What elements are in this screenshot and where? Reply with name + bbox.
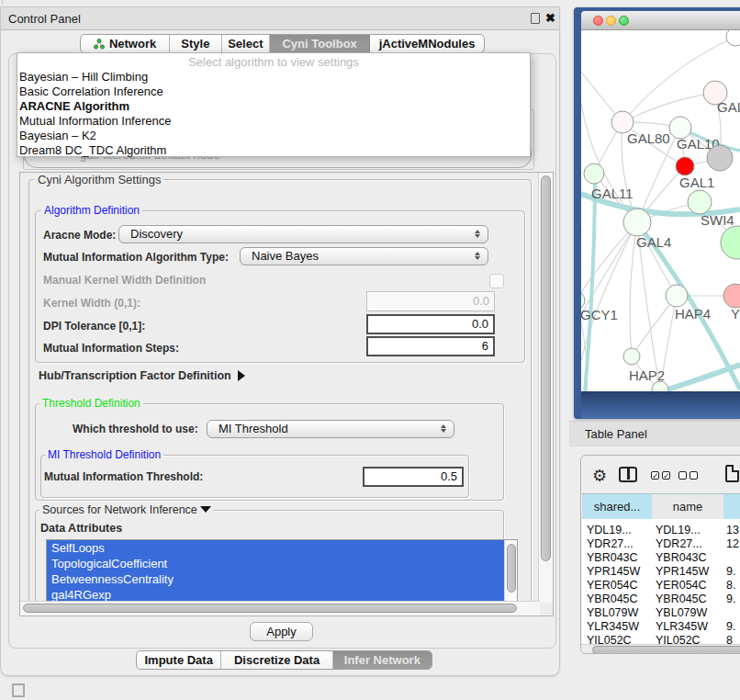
combo-arrows-icon	[475, 230, 480, 238]
aracne-mode-combo[interactable]: Discovery	[118, 225, 488, 243]
page-icon[interactable]	[725, 465, 739, 482]
sources-label[interactable]: Sources for Network Inference	[39, 503, 214, 516]
network-node[interactable]	[726, 30, 740, 46]
dpi-tolerance-input[interactable]: 0.0	[366, 314, 495, 334]
tab-discretize-data[interactable]: Discretize Data	[221, 651, 332, 669]
network-node-gal1[interactable]	[676, 157, 694, 175]
settings-scrollpane: Cyni Algorithm Settings Algorithm Defini…	[19, 172, 554, 616]
mi-threshold-value: 0.5	[441, 469, 457, 483]
attributes-scrollbar[interactable]	[504, 540, 517, 603]
table-hscrollbar-thumb[interactable]	[592, 646, 740, 654]
tab-impute-data[interactable]: Impute Data	[137, 651, 221, 669]
kernel-width-value: 0.0	[473, 294, 489, 308]
table-hscrollbar[interactable]	[581, 644, 740, 654]
data-attributes-list[interactable]: SelfLoopsTopologicalCoefficientBetweenne…	[46, 539, 518, 604]
settings-hscrollbar[interactable]	[20, 601, 540, 615]
network-node-swi4[interactable]	[688, 190, 712, 214]
tab-style[interactable]: Style	[170, 35, 221, 52]
collapse-arrow-icon[interactable]	[200, 506, 211, 513]
network-node-hap4[interactable]	[666, 285, 688, 307]
table-panel-titlebar[interactable]: Table Panel	[569, 421, 740, 446]
close-window-icon[interactable]: ✖	[545, 11, 555, 25]
columns-icon[interactable]	[619, 467, 637, 482]
network-node-gal4[interactable]	[623, 209, 651, 236]
tab-infer-network[interactable]: Infer Network	[333, 651, 432, 669]
tab-select[interactable]: Select	[222, 35, 271, 52]
network-node[interactable]	[721, 226, 740, 259]
checked-checkbox-icon[interactable]: ✓	[651, 471, 659, 480]
float-window-icon[interactable]	[531, 13, 540, 24]
tab-cyni-toolbox[interactable]: Cyni Toolbox	[270, 35, 370, 52]
table-row[interactable]: YLR345WYLR345W9.	[582, 620, 740, 634]
unchecked-checkbox-icon[interactable]	[690, 471, 698, 480]
network-edge[interactable]	[585, 174, 595, 391]
aracne-mode-label: Aracne Mode:	[43, 229, 116, 242]
tab-discretize-data-label: Discretize Data	[234, 653, 320, 667]
close-traffic-light[interactable]	[593, 16, 603, 26]
attribute-list-item[interactable]: BetweennessCentrality	[47, 571, 517, 587]
unchecked-checkbox-icon[interactable]	[678, 471, 687, 480]
mi-type-value: Naive Bayes	[252, 249, 319, 263]
column-header-name[interactable]: name	[652, 494, 723, 519]
network-node-gal11[interactable]	[584, 164, 604, 184]
network-node-label: GCY1	[581, 307, 618, 322]
table-row[interactable]: YPR145WYPR145W9.	[582, 565, 740, 579]
table-row[interactable]: YBR043CYBR043C	[582, 551, 740, 565]
table-row[interactable]: YIL052CYIL052C8	[582, 634, 740, 644]
network-canvas[interactable]: GALGAL80GAL10GAL1GAL11SWI4GAL4GCY1HAP4YH…	[581, 30, 740, 391]
network-edge[interactable]	[581, 222, 637, 300]
attributes-scrollbar-thumb[interactable]	[507, 544, 516, 593]
settings-hscrollbar-thumb[interactable]	[23, 604, 517, 613]
tab-jactivemnodules[interactable]: jActiveMNodules	[370, 35, 484, 52]
column-header-next[interactable]	[723, 494, 740, 519]
mi-type-combo[interactable]: Naive Bayes	[240, 247, 488, 265]
kernel-width-input[interactable]: 0.0	[366, 291, 495, 311]
network-edge[interactable]	[659, 365, 740, 391]
collapsed-panel-icon[interactable]	[12, 683, 25, 697]
network-tab-icon	[94, 39, 105, 50]
network-window-titlebar[interactable]	[581, 11, 740, 30]
table-row[interactable]: YDR27...YDR27...12	[582, 537, 740, 551]
gear-icon[interactable]: ⚙	[592, 466, 607, 486]
algorithm-option[interactable]: Mutual Information Inference	[19, 114, 528, 129]
which-threshold-combo[interactable]: MI Threshold	[207, 420, 454, 438]
algorithm-option[interactable]: Dream8 DC_TDC Algorithm	[19, 143, 528, 158]
network-node-label: HAP2	[629, 367, 665, 383]
algorithm-option[interactable]: Basic Correlation Inference	[19, 85, 528, 99]
network-node-label: GAL1	[679, 175, 714, 190]
algorithm-definition-label: Algorithm Definition	[41, 204, 142, 217]
mi-threshold-input[interactable]: 0.5	[363, 467, 464, 487]
network-node-y[interactable]	[723, 284, 740, 308]
control-panel-titlebar[interactable]: Control Panel ✖	[1, 7, 559, 30]
algorithm-option[interactable]: Bayesian – K2	[19, 129, 528, 143]
network-node-hap2[interactable]	[623, 348, 640, 365]
window-edge-artifact	[2, 0, 3, 6]
algorithm-option[interactable]: ARACNE Algorithm	[19, 99, 528, 114]
tab-infer-network-label: Infer Network	[344, 653, 420, 667]
table-row[interactable]: YER054CYER054C8.	[582, 579, 740, 593]
network-node[interactable]	[707, 145, 733, 171]
network-window-bottom-frame	[581, 391, 740, 419]
mi-steps-label: Mutual Information Steps:	[43, 342, 179, 355]
cyni-algorithm-settings-label: Cyni Algorithm Settings	[35, 173, 163, 186]
checked-checkbox-icon[interactable]: ✓	[662, 471, 670, 480]
column-header-shared[interactable]: shared...	[582, 494, 652, 519]
table-rows: YDL19...YDL19...13YDR27...YDR27...12YBR0…	[582, 519, 740, 644]
tab-network[interactable]: Network	[81, 35, 170, 52]
settings-vscrollbar[interactable]	[538, 173, 553, 603]
table-row[interactable]: YBL079WYBL079W	[582, 606, 740, 620]
minimize-traffic-light[interactable]	[606, 16, 616, 26]
algorithm-option[interactable]: Bayesian – Hill Climbing	[19, 70, 528, 85]
network-node-label: GAL80	[627, 130, 670, 146]
mi-steps-input[interactable]: 6	[366, 336, 495, 356]
attribute-list-item[interactable]: SelfLoops	[47, 540, 517, 556]
attribute-list-item[interactable]: TopologicalCoefficient	[47, 556, 517, 571]
settings-vscrollbar-thumb[interactable]	[541, 175, 551, 561]
hub-definition-label[interactable]: Hub/Transcription Factor Definition	[39, 369, 245, 382]
table-row[interactable]: YBR045CYBR045C9.	[582, 593, 740, 606]
apply-button[interactable]: Apply	[250, 622, 313, 641]
table-row[interactable]: YDL19...YDL19...13	[582, 524, 740, 537]
expand-arrow-icon[interactable]	[238, 370, 245, 381]
zoom-traffic-light[interactable]	[619, 16, 629, 26]
manual-kernel-checkbox[interactable]	[489, 274, 504, 288]
